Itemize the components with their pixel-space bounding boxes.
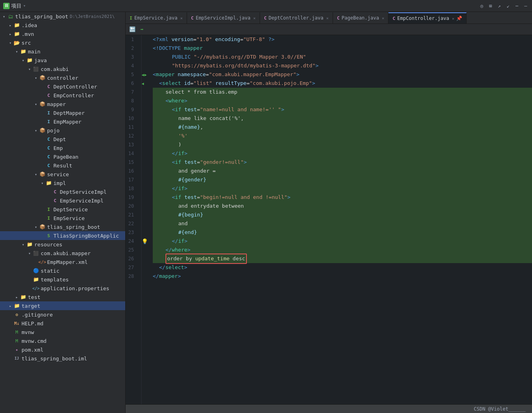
java-class-icon: C bbox=[45, 153, 52, 160]
item-label: pojo bbox=[47, 128, 59, 134]
project-title[interactable]: 目 项目 ▾ bbox=[3, 2, 26, 10]
code-token: where bbox=[172, 246, 187, 254]
sidebar-item-iml[interactable]: IJ tlias_spring_boot.iml bbox=[0, 354, 125, 363]
nav-forward-icon[interactable]: ➡ bbox=[138, 26, 146, 33]
item-label: pom.xml bbox=[22, 347, 43, 353]
code-content[interactable]: <?xml version="1.0" encoding="UTF-8" ?> … bbox=[150, 35, 532, 404]
code-token: > bbox=[244, 158, 247, 167]
sidebar-item-pojo[interactable]: 📦 pojo bbox=[0, 126, 125, 135]
code-token: = bbox=[206, 70, 209, 79]
more-icon[interactable]: ⋯ bbox=[514, 3, 520, 9]
sidebar-item-tliasapp[interactable]: S TliasSpringBootApplic bbox=[0, 231, 125, 240]
sidebar-item-empcontroller[interactable]: C EmpController bbox=[0, 91, 125, 100]
code-token: = bbox=[246, 79, 250, 88]
gutter-line-27 bbox=[142, 263, 150, 272]
tab-close-icon[interactable]: ✕ bbox=[180, 16, 183, 20]
code-token: resultType bbox=[212, 79, 246, 88]
sidebar-item-test[interactable]: 📁 test bbox=[0, 293, 125, 301]
sidebar-item-result[interactable]: C Result bbox=[0, 161, 125, 170]
item-label: com.akubi bbox=[41, 66, 69, 72]
item-label: application.properties bbox=[41, 285, 109, 291]
sidebar-item-java[interactable]: 📁 java bbox=[0, 56, 125, 65]
item-label: static bbox=[41, 268, 59, 274]
target-icon[interactable]: ◎ bbox=[479, 3, 485, 9]
sidebar-item-project-root[interactable]: 🗂 tlias_spring_boot D:\JetBrains2021\ bbox=[0, 12, 125, 21]
nav-back-icon[interactable]: 🔙 bbox=[129, 26, 136, 33]
tab-empservice[interactable]: I EmpService.java ✕ bbox=[126, 12, 187, 24]
sidebar-item-dept[interactable]: C Dept bbox=[0, 135, 125, 144]
sidebar-item-src[interactable]: 📂 src bbox=[0, 38, 125, 47]
sidebar-item-deptserviceimpl[interactable]: C DeptServiceImpl bbox=[0, 187, 125, 196]
tab-empserviceimpl[interactable]: C EmpServiceImpl.java ✕ bbox=[187, 12, 260, 24]
sidebar-item-deptservice[interactable]: I DeptService bbox=[0, 205, 125, 214]
code-token: #{begin} bbox=[178, 210, 203, 219]
tab-close-icon[interactable]: ✕ bbox=[382, 16, 384, 20]
tab-close-icon[interactable]: ✕ bbox=[253, 16, 256, 20]
nav-left-icon[interactable]: ◀ bbox=[142, 73, 144, 77]
tab-close-icon[interactable]: ✕ bbox=[452, 16, 454, 21]
nav-left-icon2[interactable]: ◀ bbox=[142, 81, 144, 86]
sidebar-item-mapper-resources[interactable]: ⬛ com.akubi.mapper bbox=[0, 249, 125, 258]
sidebar-item-empservice[interactable]: I EmpService bbox=[0, 214, 125, 222]
sidebar-item-static[interactable]: 🔵 static bbox=[0, 266, 125, 275]
code-line-12: '%' bbox=[153, 132, 532, 140]
sidebar-item-empserviceimpl[interactable]: C EmpServiceImpl bbox=[0, 196, 125, 205]
sidebar-item-empmapper[interactable]: I EmpMapper bbox=[0, 117, 125, 126]
gutter-line-21 bbox=[142, 210, 150, 219]
collapse-icon[interactable]: ↙ bbox=[505, 3, 511, 9]
tab-label: EmpService.java bbox=[134, 15, 177, 21]
tab-empcontroller[interactable]: C EmpController.java ✕ 📌 bbox=[388, 12, 467, 24]
sidebar-item-tlias-pkg[interactable]: 📦 tlias_spring_boot bbox=[0, 222, 125, 231]
sidebar-item-templates[interactable]: 📁 templates bbox=[0, 275, 125, 284]
editor-toolbar: 🔙 ➡ bbox=[126, 24, 532, 35]
sidebar-item-idea[interactable]: 📁 .idea bbox=[0, 21, 125, 30]
gutter-line-1 bbox=[142, 35, 150, 44]
sidebar-item-service[interactable]: 📦 service bbox=[0, 170, 125, 179]
sidebar-item-impl[interactable]: 📁 impl bbox=[0, 179, 125, 187]
tab-label: EmpServiceImpl.java bbox=[196, 15, 250, 21]
sidebar-item-empmapper-xml[interactable]: </> EmpMapper.xml bbox=[0, 258, 125, 266]
line-num-14: 14 bbox=[126, 149, 137, 158]
sidebar-item-main[interactable]: 📁 main bbox=[0, 47, 125, 56]
sidebar-item-target[interactable]: 📁 target bbox=[0, 301, 125, 310]
sidebar-item-help-md[interactable]: M↓ HELP.md bbox=[0, 319, 125, 328]
folder-icon: 📁 bbox=[20, 294, 26, 300]
sidebar-item-deptcontroller[interactable]: C DeptController bbox=[0, 82, 125, 91]
sidebar-item-controller[interactable]: 📦 controller bbox=[0, 73, 125, 82]
sidebar-item-comakubi[interactable]: ⬛ com.akubi bbox=[0, 65, 125, 73]
gutter-line-10 bbox=[142, 114, 150, 123]
pkg-icon: ⬛ bbox=[33, 250, 39, 256]
tab-pagebean[interactable]: C PageBean.java ✕ bbox=[333, 12, 389, 24]
code-line-24: </if> bbox=[153, 237, 532, 246]
bulb-icon[interactable]: 💡 bbox=[142, 238, 148, 244]
code-token: > bbox=[178, 272, 181, 281]
sidebar-item-resources[interactable]: 📁 resources bbox=[0, 240, 125, 249]
sidebar-item-mapper[interactable]: 📦 mapper bbox=[0, 100, 125, 108]
tab-deptcontroller[interactable]: C DeptController.java ✕ bbox=[260, 12, 333, 24]
title-bar-actions: ◎ ⊞ ↗ ↙ ⋯ — bbox=[479, 3, 529, 9]
gutter-line-3 bbox=[142, 53, 150, 61]
item-label: resources bbox=[34, 242, 62, 248]
sidebar-item-pom-xml[interactable]: ✦ pom.xml bbox=[0, 345, 125, 354]
highlight-box: order by update_time desc bbox=[166, 254, 247, 264]
md-icon: M↓ bbox=[14, 320, 20, 326]
nav-right-icon[interactable]: ▶ bbox=[144, 73, 147, 77]
sidebar-item-application-props[interactable]: </> application.properties bbox=[0, 284, 125, 293]
code-token: select bbox=[162, 79, 181, 88]
sidebar-item-deptmapper[interactable]: I DeptMapper bbox=[0, 108, 125, 117]
sidebar-item-gitignore[interactable]: ⚙ .gitignore bbox=[0, 310, 125, 319]
split-icon[interactable]: ↗ bbox=[496, 3, 502, 9]
tab-close-icon[interactable]: ✕ bbox=[326, 16, 329, 20]
sidebar-item-pagebean[interactable]: C PageBean bbox=[0, 152, 125, 161]
sidebar-item-emp[interactable]: C Emp bbox=[0, 144, 125, 152]
code-editor: 1 2 3 4 5 6 7 8 9 10 11 12 13 14 15 16 1… bbox=[126, 35, 532, 404]
code-token: mapper bbox=[156, 70, 175, 79]
expand-icon[interactable]: ⊞ bbox=[487, 3, 494, 9]
minimize-icon[interactable]: — bbox=[522, 3, 529, 9]
editor-area: I EmpService.java ✕ C EmpServiceImpl.jav… bbox=[126, 12, 532, 413]
sidebar-item-mvnw[interactable]: M mvnw bbox=[0, 328, 125, 336]
sidebar-item-mvn[interactable]: 📁 .mvn bbox=[0, 30, 125, 38]
sidebar-item-mvnw-cmd[interactable]: M mvnw.cmd bbox=[0, 336, 125, 345]
code-token: if bbox=[175, 193, 181, 202]
pkg-icon: 📦 bbox=[39, 224, 45, 230]
